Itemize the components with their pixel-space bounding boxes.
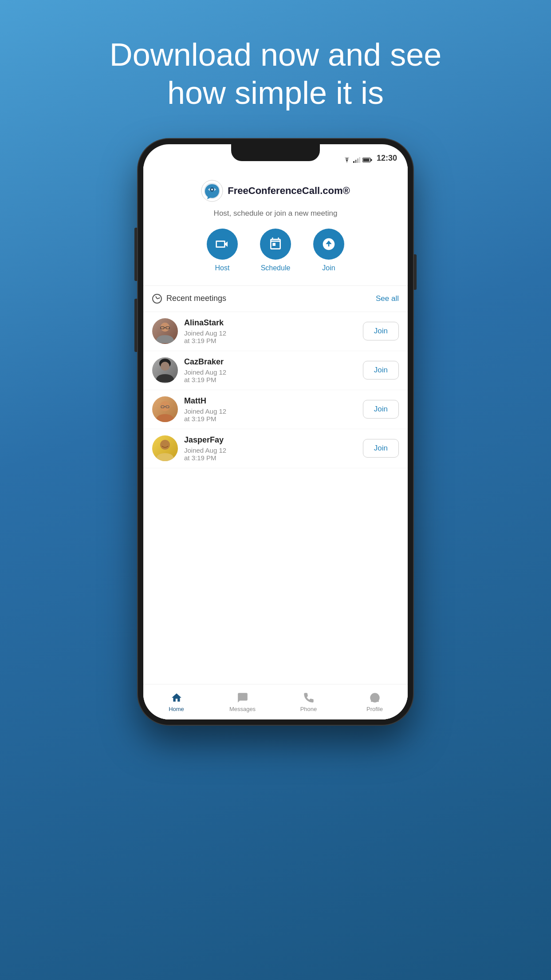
top-section: FreeConferenceCall.com® Host, schedule o… [143,166,408,286]
avatar-alina [152,318,178,344]
avatar-jasper [152,435,178,461]
meeting-time-jasper: Joined Aug 12 at 3:19 PM [184,447,357,462]
svg-rect-2 [357,158,358,163]
bottom-nav: Home Messages [143,684,408,719]
schedule-label: Schedule [261,264,291,272]
meeting-name-matt: MattH [184,396,357,406]
nav-label-phone: Phone [300,706,317,712]
nav-label-home: Home [169,706,184,712]
svg-rect-0 [353,161,354,163]
phone-shell: 12:30 F [138,139,413,725]
svg-rect-5 [363,158,369,161]
action-buttons: Host Schedule [207,229,344,272]
app-logo-icon [201,180,223,202]
meeting-info-caz: CazBraker Joined Aug 12 at 3:19 PM [184,357,357,383]
svg-point-10 [211,189,213,190]
wifi-icon [343,157,351,163]
host-action[interactable]: Host [207,229,238,272]
profile-icon [369,692,381,704]
meeting-info-matt: MattH Joined Aug 12 at 3:19 PM [184,396,357,423]
join-button-alina[interactable]: Join [363,322,399,340]
recent-header-left: Recent meetings [152,294,226,304]
recent-title: Recent meetings [166,294,226,303]
page-headline: Download now and see how simple it is [76,36,475,112]
svg-rect-3 [359,157,360,163]
join-label: Join [322,264,335,272]
messages-icon [236,692,249,704]
nav-label-messages: Messages [229,706,256,712]
meeting-info-alina: AlinaStark Joined Aug 12 at 3:19 PM [184,318,357,344]
see-all-button[interactable]: See all [376,294,399,303]
join-button-circle[interactable] [313,229,344,260]
recent-section: Recent meetings See all [143,286,408,684]
meeting-name-alina: AlinaStark [184,318,357,328]
svg-point-18 [161,362,169,371]
logo-area: FreeConferenceCall.com® [201,180,350,202]
meeting-time-caz: Joined Aug 12 at 3:19 PM [184,368,357,383]
status-icons [343,157,372,163]
home-icon [170,692,183,704]
svg-rect-1 [355,160,356,163]
meeting-item-caz: CazBraker Joined Aug 12 at 3:19 PM Join [143,351,408,390]
avatar-caz [152,357,178,383]
host-label: Host [215,264,230,272]
status-time: 12:30 [377,154,397,163]
app-subtitle: Host, schedule or join a new meeting [214,209,338,218]
host-button-circle[interactable] [207,229,238,260]
app-content: FreeConferenceCall.com® Host, schedule o… [143,166,408,719]
meeting-item-alina: AlinaStark Joined Aug 12 at 3:19 PM Join [143,312,408,351]
nav-item-home[interactable]: Home [143,692,209,712]
join-button-caz[interactable]: Join [363,361,399,379]
svg-point-23 [160,440,170,450]
signal-icon [353,157,360,163]
svg-point-19 [160,401,170,411]
nav-label-profile: Profile [366,706,383,712]
battery-icon [362,157,372,163]
app-logo-text: FreeConferenceCall.com® [228,185,350,197]
recent-header: Recent meetings See all [143,286,408,312]
avatar-matt [152,396,178,422]
schedule-action[interactable]: Schedule [260,229,291,272]
calendar-icon [268,237,283,251]
nav-item-profile[interactable]: Profile [342,692,408,712]
meeting-info-jasper: JasperFay Joined Aug 12 at 3:19 PM [184,435,357,462]
phone-mockup: 12:30 F [138,139,413,725]
join-icon [322,237,336,251]
join-button-jasper[interactable]: Join [363,439,399,458]
meeting-item-jasper: JasperFay Joined Aug 12 at 3:19 PM Join [143,429,408,468]
join-action[interactable]: Join [313,229,344,272]
nav-item-messages[interactable]: Messages [209,692,276,712]
meeting-name-jasper: JasperFay [184,435,357,445]
meeting-time-matt: Joined Aug 12 at 3:19 PM [184,407,357,423]
join-button-matt[interactable]: Join [363,400,399,419]
svg-rect-6 [370,159,372,161]
meeting-item-matt: MattH Joined Aug 12 at 3:19 PM Join [143,390,408,429]
clock-icon [152,294,162,304]
svg-point-12 [161,323,169,332]
video-camera-icon [215,237,229,251]
schedule-button-circle[interactable] [260,229,291,260]
phone-icon [303,692,315,704]
phone-screen: 12:30 F [143,144,408,719]
meeting-time-alina: Joined Aug 12 at 3:19 PM [184,329,357,344]
meeting-name-caz: CazBraker [184,357,357,367]
phone-notch [231,144,320,161]
nav-item-phone[interactable]: Phone [276,692,342,712]
